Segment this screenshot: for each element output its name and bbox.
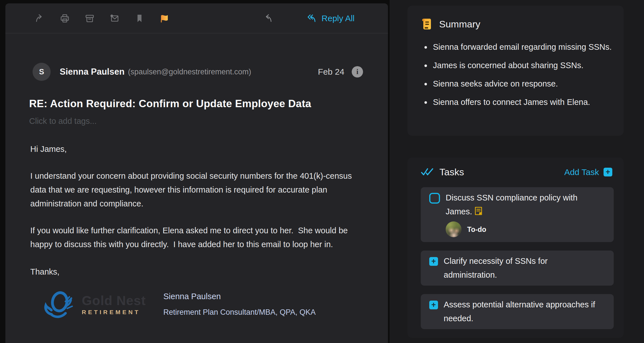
task-checkbox[interactable]: [429, 193, 440, 204]
print-icon[interactable]: [60, 13, 70, 23]
forward-icon[interactable]: [35, 13, 45, 23]
logo-title: Gold Nest: [82, 293, 146, 308]
reply-icon[interactable]: [263, 13, 273, 23]
sender-name: Sienna Paulsen: [60, 67, 124, 77]
task-text: Assess potential alternative approaches …: [444, 298, 598, 325]
tasks-header: Tasks Add Task +: [421, 167, 612, 178]
email-closing: Thanks,: [30, 265, 369, 279]
bookmark-icon[interactable]: [134, 13, 145, 23]
summary-title: Summary: [439, 19, 480, 30]
assignee-avatar[interactable]: [446, 221, 461, 237]
email-signature: Gold Nest RETIREMENT Sienna Paulsen Reti…: [44, 290, 388, 319]
scroll-icon: [421, 18, 432, 31]
summary-bullet: Sienna forwarded email regarding missing…: [431, 41, 615, 53]
reply-all-label: Reply All: [321, 14, 355, 23]
summary-bullet: James is concerned about sharing SSNs.: [431, 59, 615, 72]
task-status-label: To-do: [467, 225, 486, 234]
task-text: Clarify necessity of SSNs for administra…: [444, 254, 598, 282]
summary-list: Sienna forwarded email regarding missing…: [431, 41, 615, 108]
email-paragraph-1: I understand your concern about providin…: [30, 169, 369, 211]
signature-name: Sienna Paulsen: [163, 292, 315, 301]
summary-bullet: Sienna seeks advice on response.: [431, 77, 615, 90]
double-check-icon: [421, 168, 434, 177]
logo-subtitle: RETIREMENT: [82, 309, 146, 316]
mark-unread-icon[interactable]: [110, 13, 120, 23]
sender-avatar: S: [33, 63, 51, 81]
add-task-plus-icon[interactable]: +: [604, 168, 612, 176]
add-task-button[interactable]: Add Task +: [564, 167, 612, 177]
task-add-icon[interactable]: +: [429, 257, 438, 266]
archive-icon[interactable]: [85, 13, 95, 23]
summary-card: Summary Sienna forwarded email regarding…: [407, 6, 624, 136]
tasks-card: Tasks Add Task + + Discuss SSN complianc…: [407, 158, 624, 338]
task-item[interactable]: + Assess potential alternative approache…: [421, 294, 614, 329]
gold-nest-logo-icon: [44, 290, 77, 319]
task-add-icon[interactable]: +: [429, 301, 438, 309]
email-subject: RE: Action Required: Confirm or Update E…: [29, 98, 363, 110]
flag-icon[interactable]: [159, 13, 169, 23]
reply-all-button[interactable]: Reply All: [306, 14, 355, 23]
sender-row: S Sienna Paulsen (spaulsen@goldnestretir…: [33, 63, 363, 81]
email-paragraph-2: If you would like further clarification,…: [30, 224, 369, 251]
task-footer: To-do: [446, 221, 607, 237]
note-icon[interactable]: [474, 206, 483, 215]
tasks-title: Tasks: [439, 167, 464, 178]
task-list: + Discuss SSN compliance policy with Jam…: [421, 187, 612, 329]
signature-title: Retirement Plan Consultant/MBA, QPA, QKA: [163, 308, 315, 317]
add-task-label: Add Task: [564, 167, 599, 177]
summary-header: Summary: [421, 18, 610, 31]
task-text: Discuss SSN compliance policy with James…: [446, 191, 600, 219]
summary-bullet: Sienna offers to connect James with Elen…: [431, 96, 615, 108]
email-date: Feb 24: [318, 67, 344, 77]
tags-input[interactable]: Click to add tags...: [29, 117, 388, 126]
task-item[interactable]: + Discuss SSN compliance policy with Jam…: [421, 187, 614, 242]
email-greeting: Hi James,: [30, 142, 369, 156]
email-toolbar: Reply All: [5, 3, 388, 33]
task-item[interactable]: + Clarify necessity of SSNs for administ…: [421, 251, 614, 286]
email-panel: Reply All S Sienna Paulsen (spaulsen@gol…: [5, 3, 388, 343]
sender-address: (spaulsen@goldnestretirement.com): [128, 68, 251, 76]
info-icon[interactable]: i: [352, 66, 363, 77]
